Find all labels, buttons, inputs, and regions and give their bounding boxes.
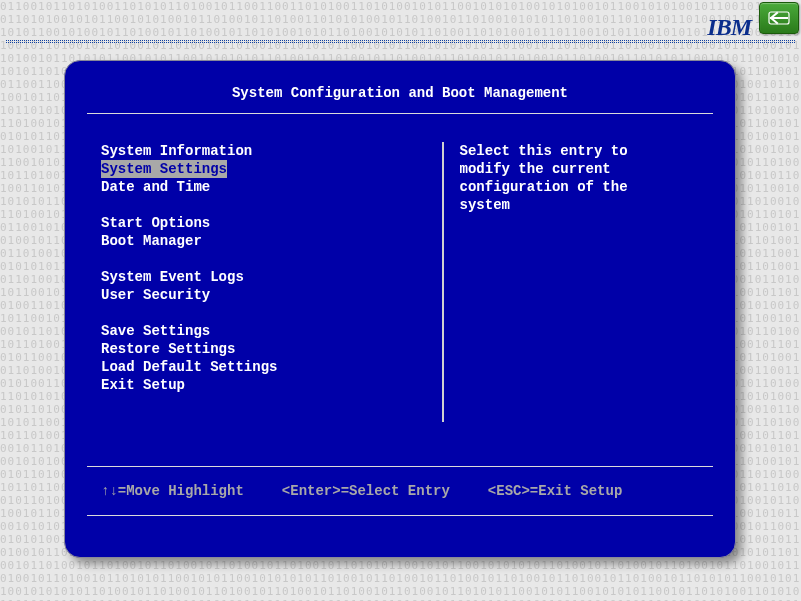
hint-exit: <ESC>=Exit Setup <box>488 483 622 499</box>
menu-gap <box>101 304 430 322</box>
menu-item-date-and-time[interactable]: Date and Time <box>101 178 210 196</box>
hints-divider-top <box>87 466 713 467</box>
hint-select: <Enter>=Select Entry <box>282 483 450 499</box>
menu-item-start-options[interactable]: Start Options <box>101 214 210 232</box>
menu-gap <box>101 196 430 214</box>
help-column: Select this entry to modify the current … <box>444 142 713 462</box>
ibm-logo: IBM <box>707 14 751 41</box>
top-bar: IBM <box>0 0 801 42</box>
title-underline <box>87 113 713 114</box>
hint-move: ↑↓=Move Highlight <box>101 483 244 499</box>
menu-item-system-event-logs[interactable]: System Event Logs <box>101 268 244 286</box>
menu-gap <box>101 250 430 268</box>
menu-item-system-information[interactable]: System Information <box>101 142 252 160</box>
hints-divider-bottom <box>87 515 713 516</box>
menu-item-restore-settings[interactable]: Restore Settings <box>101 340 235 358</box>
menu-item-user-security[interactable]: User Security <box>101 286 210 304</box>
key-hints: ↑↓=Move Highlight <Enter>=Select Entry <… <box>87 483 713 499</box>
help-line: Select this entry to <box>460 142 713 160</box>
header-divider <box>6 40 795 43</box>
menu-item-load-default-settings[interactable]: Load Default Settings <box>101 358 277 376</box>
menu-item-boot-manager[interactable]: Boot Manager <box>101 232 202 250</box>
help-line: modify the current <box>460 160 713 178</box>
menu-item-system-settings[interactable]: System Settings <box>101 160 227 178</box>
status-indicator[interactable] <box>759 2 799 34</box>
main-area: System InformationSystem SettingsDate an… <box>87 142 713 462</box>
bios-panel: System Configuration and Boot Management… <box>64 60 736 558</box>
arrow-left-icon <box>768 11 790 25</box>
menu-item-exit-setup[interactable]: Exit Setup <box>101 376 185 394</box>
menu-column: System InformationSystem SettingsDate an… <box>87 142 438 462</box>
page-title: System Configuration and Boot Management <box>87 61 713 109</box>
help-line: system <box>460 196 713 214</box>
menu-item-save-settings[interactable]: Save Settings <box>101 322 210 340</box>
help-line: configuration of the <box>460 178 713 196</box>
